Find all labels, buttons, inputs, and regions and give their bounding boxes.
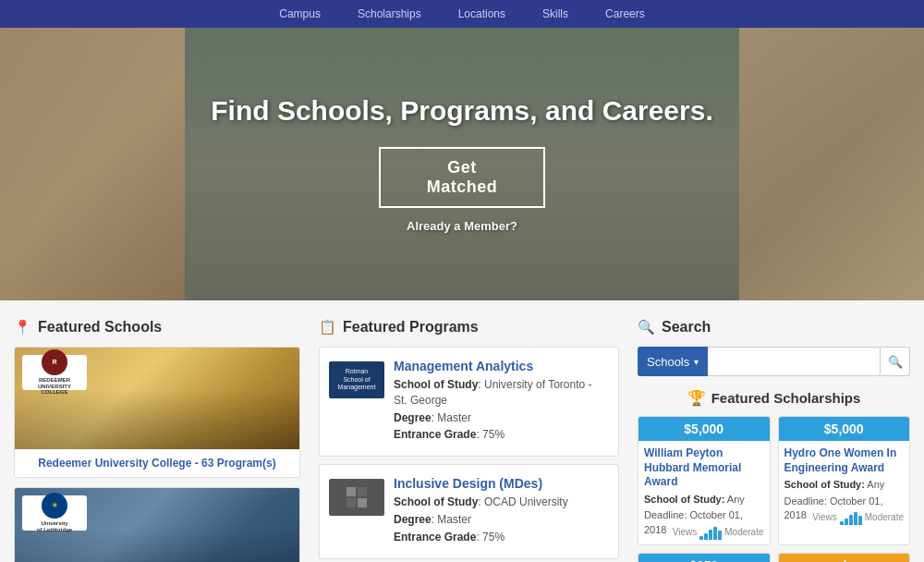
scholarship-deadline-hydro: Deadline: October 01, 2018 Views Moderat… bbox=[784, 495, 905, 523]
hero-content: Find Schools, Programs, and Careers. Get… bbox=[211, 95, 713, 233]
views-moderate-hydro: Moderate bbox=[865, 511, 904, 524]
scholarship-card-hubbard[interactable]: $5,000 William Peyton Hubbard Memorial A… bbox=[638, 416, 771, 545]
program-name-management[interactable]: Management Analytics bbox=[394, 359, 607, 373]
featured-programs-header: 📋 Featured Programs bbox=[319, 319, 619, 336]
search-dropdown-label: Schools bbox=[647, 355, 689, 369]
program-grade-inclusive: Entrance Grade: 75% bbox=[394, 530, 607, 545]
featured-schools-title: Featured Schools bbox=[38, 319, 162, 336]
main-content: 📍 Featured Schools R REDEEMERUNIVERSITYC… bbox=[0, 300, 924, 562]
school-card-lethbridge[interactable]: ☀ Universityof Lethbridge University of … bbox=[14, 487, 300, 562]
bar-3 bbox=[709, 530, 712, 540]
program-degree-inclusive: Degree: Master bbox=[394, 512, 607, 528]
location-icon: 📍 bbox=[14, 319, 31, 336]
scholarship-amount-hubbard: $5,000 bbox=[638, 417, 770, 441]
top-nav: Campus Scholarships Locations Skills Car… bbox=[0, 0, 924, 28]
scholarship-school-hubbard: School of Study: Any bbox=[644, 493, 764, 507]
featured-programs-title: Featured Programs bbox=[343, 319, 479, 336]
bar-3 bbox=[849, 515, 853, 525]
views-bar-hydro: Views Moderate bbox=[812, 510, 904, 525]
scholarship-body-hubbard: William Peyton Hubbard Memorial Award Sc… bbox=[638, 441, 770, 544]
bar-2 bbox=[704, 533, 708, 540]
bar-5 bbox=[858, 516, 862, 525]
nav-campus[interactable]: Campus bbox=[279, 7, 321, 20]
views-moderate-hubbard: Moderate bbox=[724, 526, 763, 539]
program-card-inclusive-design[interactable]: Inclusive Design (MDes) School of Study:… bbox=[319, 464, 619, 558]
scholarship-amount-ns: n/s bbox=[779, 554, 910, 562]
hero-panel-right bbox=[739, 28, 924, 300]
featured-programs-section: 📋 Featured Programs RotmanSchool ofManag… bbox=[319, 319, 619, 562]
scholarship-school-hydro: School of Study: Any bbox=[784, 478, 905, 492]
programs-icon: 📋 bbox=[319, 319, 336, 336]
program-logo-inclusive bbox=[329, 479, 384, 516]
featured-schools-header: 📍 Featured Schools bbox=[14, 319, 300, 336]
bar-chart-hydro bbox=[840, 510, 862, 525]
bar-2 bbox=[845, 519, 848, 525]
scholarship-card-ns[interactable]: n/s bbox=[778, 553, 911, 562]
already-member-link[interactable]: Already a Member? bbox=[211, 219, 713, 233]
search-button[interactable]: 🔍 bbox=[881, 347, 910, 376]
search-icon: 🔍 bbox=[888, 355, 903, 369]
bar-4 bbox=[713, 527, 717, 540]
school-card-img-redeemer: R REDEEMERUNIVERSITYCOLLEGE bbox=[15, 348, 299, 449]
scholarship-amount-250: $250 bbox=[638, 554, 770, 562]
nav-scholarships[interactable]: Scholarships bbox=[358, 7, 421, 20]
bar-5 bbox=[718, 531, 722, 540]
program-grade-management: Entrance Grade: 75% bbox=[394, 427, 607, 443]
school-name-redeemer: Redeemer University College - 63 Program… bbox=[15, 449, 299, 477]
hero-section: Find Schools, Programs, and Careers. Get… bbox=[0, 28, 924, 300]
views-bar-hubbard: Views Moderate bbox=[673, 525, 764, 540]
views-label-hydro: Views bbox=[812, 511, 837, 524]
bar-4 bbox=[854, 512, 857, 525]
bar-1 bbox=[840, 521, 844, 525]
bar-1 bbox=[699, 536, 703, 540]
get-matched-button[interactable]: Get Matched bbox=[379, 147, 545, 208]
featured-schools-section: 📍 Featured Schools R REDEEMERUNIVERSITYC… bbox=[14, 319, 300, 562]
search-box: Schools ▾ 🔍 bbox=[638, 347, 910, 376]
search-header: 🔍 Search bbox=[638, 319, 910, 336]
scholarship-grid: $5,000 William Peyton Hubbard Memorial A… bbox=[638, 416, 910, 562]
school-card-img-lethbridge: ☀ Universityof Lethbridge bbox=[15, 488, 299, 562]
school-card-redeemer[interactable]: R REDEEMERUNIVERSITYCOLLEGE Redeemer Uni… bbox=[14, 347, 300, 478]
search-section-icon: 🔍 bbox=[638, 319, 655, 336]
program-info-inclusive: Inclusive Design (MDes) School of Study:… bbox=[394, 476, 607, 546]
hero-panel-left bbox=[0, 28, 185, 300]
program-school-management: School of Study: University of Toronto -… bbox=[394, 377, 607, 409]
featured-scholarships-header: 🏆 Featured Scholarships bbox=[638, 389, 910, 407]
search-title: Search bbox=[662, 319, 711, 336]
chevron-down-icon: ▾ bbox=[694, 357, 699, 367]
nav-locations[interactable]: Locations bbox=[458, 7, 505, 20]
nav-skills[interactable]: Skills bbox=[542, 7, 568, 20]
featured-scholarships-title: Featured Scholarships bbox=[711, 390, 861, 406]
views-label-hubbard: Views bbox=[673, 526, 698, 539]
scholarship-deadline-hubbard: Deadline: October 01, 2018 Views Moderat… bbox=[644, 508, 764, 537]
hero-title: Find Schools, Programs, and Careers. bbox=[211, 95, 713, 127]
program-name-inclusive[interactable]: Inclusive Design (MDes) bbox=[394, 476, 607, 491]
program-logo-management: RotmanSchool ofManagement bbox=[329, 361, 384, 398]
scholarship-card-hydro[interactable]: $5,000 Hydro One Women In Engineering Aw… bbox=[778, 416, 911, 545]
search-input[interactable] bbox=[708, 347, 881, 376]
program-card-management-analytics[interactable]: RotmanSchool ofManagement Management Ana… bbox=[319, 347, 619, 457]
search-dropdown[interactable]: Schools ▾ bbox=[638, 347, 708, 376]
right-column: 🔍 Search Schools ▾ 🔍 🏆 Featured Scholars… bbox=[638, 319, 910, 562]
program-degree-management: Degree: Master bbox=[394, 410, 607, 426]
scholarship-card-250[interactable]: $250 bbox=[638, 553, 771, 562]
program-school-inclusive: School of Study: OCAD University bbox=[394, 495, 607, 510]
program-info-management: Management Analytics School of Study: Un… bbox=[394, 359, 607, 445]
scholarship-name-hydro: Hydro One Women In Engineering Award bbox=[784, 446, 905, 475]
nav-careers[interactable]: Careers bbox=[605, 7, 645, 20]
scholarship-name-hubbard: William Peyton Hubbard Memorial Award bbox=[644, 446, 764, 490]
bar-chart-hubbard bbox=[699, 525, 722, 540]
trophy-icon: 🏆 bbox=[687, 389, 706, 407]
scholarship-body-hydro: Hydro One Women In Engineering Award Sch… bbox=[779, 441, 910, 530]
scholarship-amount-hydro: $5,000 bbox=[779, 417, 910, 441]
